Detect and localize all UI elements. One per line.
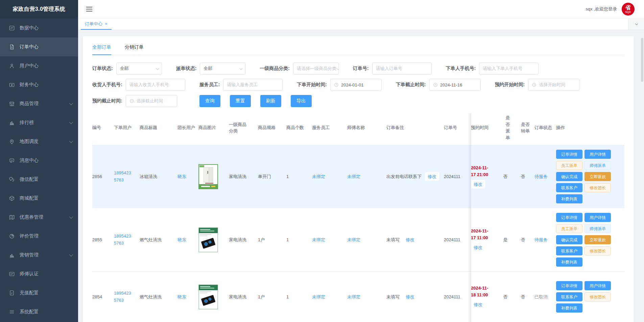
user-phone-link[interactable]: 18954235763 — [114, 290, 132, 304]
filter-input[interactable]: 请输入收货人手机号 — [126, 79, 185, 91]
sidebar-item-data-chart[interactable]: 数据中心 — [0, 19, 78, 38]
op-button[interactable]: 联系客户 — [556, 183, 582, 192]
modify-remark-link[interactable]: 修改 — [425, 172, 439, 181]
content-area: 全部订单分销订单 订单状态:全部派单状态:全部一级商品分类:请选择一级商品分类订… — [78, 30, 644, 322]
transfer-flag: 否 — [516, 173, 534, 180]
leader-link[interactable]: 晓东 — [177, 237, 186, 242]
sidebar-item-menu-lines[interactable]: 系统配置 — [0, 302, 78, 321]
sidebar-item-coupon[interactable]: 优惠券管理 — [0, 208, 78, 227]
op-button[interactable]: 补费列表 — [556, 257, 582, 267]
app-title: 家政自营3.0管理系统 — [13, 6, 66, 13]
leader-link[interactable]: 晓东 — [177, 174, 186, 179]
tab-dropdown-button[interactable] — [628, 19, 644, 30]
nav-tab-order-center[interactable]: 订单中心 × — [81, 19, 112, 30]
tab-分销订单[interactable]: 分销订单 — [125, 42, 144, 55]
staff-link[interactable]: 未绑定 — [312, 294, 325, 299]
filter-date-input[interactable]: 选择开始时间 — [528, 79, 579, 91]
op-button[interactable]: 补费列表 — [556, 303, 582, 313]
op-button[interactable]: 补费列表 — [556, 194, 582, 203]
staff-link[interactable]: 未绑定 — [312, 237, 325, 242]
dispatch-flag: 否 — [499, 173, 516, 180]
order-remark: 未填写修改 — [386, 293, 444, 301]
filter-date-input[interactable]: 2024-11-16 — [429, 79, 481, 91]
modify-remark-link[interactable]: 修改 — [403, 236, 417, 244]
master-link[interactable]: 未绑定 — [347, 294, 360, 299]
filter-date-input[interactable]: 2024-01-01 — [330, 79, 382, 91]
status-text: 待服务 — [534, 173, 556, 180]
op-button[interactable]: 立即退款 — [585, 235, 611, 244]
master-link[interactable]: 未绑定 — [347, 174, 360, 179]
sidebar-item-label: 评价管理 — [20, 233, 72, 239]
order-doc-icon — [9, 44, 15, 50]
op-button[interactable]: 立即退款 — [585, 172, 611, 181]
op-button[interactable]: 修改团长 — [585, 246, 611, 255]
filter-input[interactable]: 请输入下单人手机号 — [479, 63, 539, 75]
filter-row-2: 收货人手机号:请输入收货人手机号服务员工:请输入服务员工下单开始时间:2024-… — [92, 79, 624, 91]
filter-select[interactable]: 请选择一级商品分类 — [293, 63, 339, 75]
op-button[interactable]: 订单详情 — [556, 281, 582, 290]
sidebar-item-shop[interactable]: 商品管理 — [0, 94, 78, 113]
export-button[interactable]: 导出 — [291, 95, 312, 107]
sidebar-item-label: 财务中心 — [20, 82, 72, 88]
op-button[interactable]: 用户详情 — [585, 281, 611, 290]
sidebar-item-marketing-bars[interactable]: 营销管理 — [0, 246, 78, 265]
op-button[interactable]: 联系客户 — [556, 246, 582, 255]
op-button[interactable]: 员工派单 — [556, 224, 582, 233]
sidebar-item-pie-chart[interactable]: 评价管理 — [0, 227, 78, 246]
op-button[interactable]: 确认完成 — [556, 235, 582, 244]
leader-link[interactable]: 晓东 — [177, 294, 186, 299]
chevron-down-icon — [239, 67, 243, 70]
master-link[interactable]: 未绑定 — [347, 237, 360, 242]
staff-link[interactable]: 未绑定 — [312, 174, 325, 179]
filter-select[interactable]: 全部 — [200, 63, 245, 75]
user-phone-link[interactable]: 18954235763 — [114, 233, 132, 247]
op-button[interactable]: 联系客户 — [556, 292, 582, 301]
table-row: 285418954235763燃气灶清洗晓东家电清洗1户1未绑定未绑定未填写修改… — [92, 272, 624, 322]
op-button[interactable]: 订单详情 — [556, 150, 582, 159]
sidebar-item-message[interactable]: 消息中心 — [0, 151, 78, 170]
modify-time-link[interactable]: 修改 — [471, 243, 485, 252]
sidebar-item-cert-card[interactable]: 师傅认证 — [0, 265, 78, 283]
product-category: 家电清洗 — [229, 294, 258, 300]
op-button[interactable]: 修改团长 — [585, 183, 611, 192]
filter-date-input[interactable]: 选择截止时间 — [126, 95, 177, 107]
hamburger-menu-icon[interactable] — [86, 7, 92, 11]
op-button[interactable]: 员工派单 — [556, 161, 582, 170]
column-header: 是否派单 — [499, 115, 516, 141]
op-button[interactable]: 确认完成 — [556, 172, 582, 181]
refresh-button[interactable]: 刷新 — [260, 95, 281, 107]
reset-button[interactable]: 重置 — [230, 95, 251, 107]
filter-label: 订单号: — [353, 66, 369, 72]
column-header: 下单用户 — [114, 124, 140, 131]
sidebar-item-map-pin[interactable]: 地图调度 — [0, 132, 78, 151]
sidebar-item-wechat[interactable]: 微信配置 — [0, 170, 78, 189]
op-buttons: 订单详情用户详情员工派单师傅派单确认完成立即退款联系客户修改团长补费列表 — [556, 213, 614, 267]
op-button[interactable]: 师傅派单 — [585, 224, 611, 233]
filter-select[interactable]: 全部 — [116, 63, 162, 75]
sidebar-item-user[interactable]: 用户中心 — [0, 56, 78, 75]
search-button[interactable]: 查询 — [199, 95, 220, 107]
modify-remark-link[interactable]: 修改 — [403, 293, 417, 301]
table-header: 编号下单用户商品标题团长用户商品图片一级商品分类商品规格商品个数服务员工师傅名称… — [92, 113, 624, 145]
product-spec: 单开门 — [258, 173, 286, 180]
column-header: 操作 — [556, 124, 624, 131]
close-icon[interactable]: × — [105, 21, 108, 26]
op-button[interactable]: 订单详情 — [556, 213, 582, 222]
sidebar-item-finance[interactable]: 财务中心 — [0, 75, 78, 94]
user-phone-link[interactable]: 18954235763 — [114, 170, 132, 184]
product-title: 燃气灶清洗 — [140, 237, 177, 243]
sidebar-item-rank-bars[interactable]: 排行榜 — [0, 113, 78, 132]
vertical-scrollbar[interactable] — [641, 38, 643, 82]
modify-time-link[interactable]: 修改 — [471, 180, 485, 189]
op-button[interactable]: 师傅派单 — [585, 161, 611, 170]
filter-input[interactable]: 请输入订单号 — [372, 63, 432, 75]
sidebar-item-recharge-doc[interactable]: 充值配置 — [0, 283, 78, 302]
sidebar-item-cube[interactable]: 商城配置 — [0, 189, 78, 208]
op-button[interactable]: 用户详情 — [585, 150, 611, 159]
sidebar-item-order-doc[interactable]: 订单中心 — [0, 38, 78, 56]
op-button[interactable]: 修改团长 — [585, 292, 611, 301]
modify-time-link[interactable]: 修改 — [471, 300, 485, 309]
filter-input[interactable]: 请输入服务员工 — [223, 79, 283, 91]
op-button[interactable]: 用户详情 — [585, 213, 611, 222]
tab-全部订单[interactable]: 全部订单 — [92, 42, 111, 55]
